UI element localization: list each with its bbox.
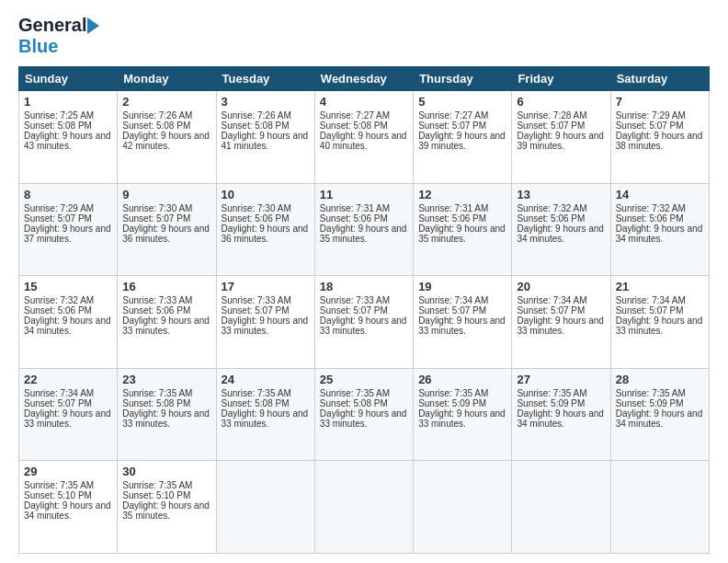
sunset: Sunset: 5:08 PM: [222, 121, 290, 131]
table-row: 5 Sunrise: 7:27 AM Sunset: 5:07 PM Dayli…: [414, 91, 512, 184]
col-monday: Monday: [118, 67, 216, 91]
sunset: Sunset: 5:07 PM: [517, 121, 585, 131]
daylight: Daylight: 9 hours and 36 minutes.: [222, 224, 309, 244]
table-row: 2 Sunrise: 7:26 AM Sunset: 5:08 PM Dayli…: [118, 91, 216, 184]
table-row: 3 Sunrise: 7:26 AM Sunset: 5:08 PM Dayli…: [216, 91, 314, 184]
sunrise: Sunrise: 7:35 AM: [418, 388, 488, 398]
day-number: 3: [222, 95, 310, 109]
sunrise: Sunrise: 7:34 AM: [418, 295, 488, 305]
table-row: 11 Sunrise: 7:31 AM Sunset: 5:06 PM Dayl…: [314, 183, 413, 276]
day-number: 15: [24, 280, 112, 293]
sunrise: Sunrise: 7:35 AM: [320, 388, 390, 398]
table-row: 18 Sunrise: 7:33 AM Sunset: 5:07 PM Dayl…: [314, 276, 413, 369]
sunrise: Sunrise: 7:31 AM: [320, 203, 390, 213]
sunrise: Sunrise: 7:30 AM: [122, 203, 192, 213]
daylight: Daylight: 9 hours and 33 minutes.: [616, 316, 703, 336]
table-row: 6 Sunrise: 7:28 AM Sunset: 5:07 PM Dayli…: [512, 91, 610, 184]
daylight: Daylight: 9 hours and 42 minutes.: [122, 131, 210, 151]
day-number: 26: [418, 373, 506, 386]
daylight: Daylight: 9 hours and 33 minutes.: [122, 316, 210, 336]
day-number: 2: [122, 95, 210, 109]
sunrise: Sunrise: 7:30 AM: [222, 203, 291, 213]
sunrise: Sunrise: 7:29 AM: [24, 203, 94, 213]
sunrise: Sunrise: 7:32 AM: [616, 203, 686, 213]
col-saturday: Saturday: [610, 67, 709, 91]
sunset: Sunset: 5:06 PM: [122, 305, 190, 316]
daylight: Daylight: 9 hours and 34 minutes.: [24, 500, 111, 521]
table-row: 21 Sunrise: 7:34 AM Sunset: 5:07 PM Dayl…: [610, 276, 709, 369]
col-thursday: Thursday: [414, 67, 512, 91]
sunset: Sunset: 5:09 PM: [616, 398, 684, 408]
page: General Blue Sunday Monday Tuesday Wedne…: [0, 0, 728, 563]
sunrise: Sunrise: 7:25 AM: [24, 110, 94, 121]
col-sunday: Sunday: [19, 67, 118, 91]
table-row: 23 Sunrise: 7:35 AM Sunset: 5:08 PM Dayl…: [118, 368, 216, 461]
day-number: 19: [418, 280, 506, 293]
day-number: 22: [24, 373, 112, 386]
sunset: Sunset: 5:07 PM: [24, 398, 92, 408]
empty-cell: [610, 461, 709, 554]
daylight: Daylight: 9 hours and 33 minutes.: [122, 408, 210, 429]
day-number: 30: [122, 465, 210, 478]
sunset: Sunset: 5:07 PM: [418, 305, 486, 316]
sunrise: Sunrise: 7:26 AM: [122, 110, 192, 121]
day-number: 7: [616, 95, 704, 109]
sunset: Sunset: 5:10 PM: [24, 490, 92, 500]
sunrise: Sunrise: 7:31 AM: [418, 203, 488, 213]
sunset: Sunset: 5:07 PM: [517, 305, 585, 316]
sunrise: Sunrise: 7:26 AM: [222, 110, 291, 121]
table-row: 16 Sunrise: 7:33 AM Sunset: 5:06 PM Dayl…: [118, 276, 216, 369]
sunrise: Sunrise: 7:35 AM: [122, 388, 192, 398]
table-row: 26 Sunrise: 7:35 AM Sunset: 5:09 PM Dayl…: [414, 368, 512, 461]
daylight: Daylight: 9 hours and 33 minutes.: [418, 408, 506, 429]
header: General Blue: [18, 15, 710, 57]
logo: General Blue: [18, 15, 99, 57]
day-number: 23: [122, 373, 210, 386]
daylight: Daylight: 9 hours and 33 minutes.: [222, 408, 309, 429]
sunrise: Sunrise: 7:33 AM: [222, 295, 291, 305]
sunrise: Sunrise: 7:27 AM: [418, 110, 488, 121]
table-row: 29 Sunrise: 7:35 AM Sunset: 5:10 PM Dayl…: [19, 461, 118, 554]
day-number: 9: [122, 188, 210, 201]
day-number: 16: [122, 280, 210, 293]
daylight: Daylight: 9 hours and 39 minutes.: [517, 131, 604, 151]
day-number: 17: [222, 280, 310, 293]
sunset: Sunset: 5:06 PM: [320, 213, 388, 224]
logo-general-text: General: [18, 15, 86, 36]
daylight: Daylight: 9 hours and 33 minutes.: [418, 316, 506, 336]
sunset: Sunset: 5:07 PM: [418, 121, 486, 131]
sunset: Sunset: 5:06 PM: [616, 213, 684, 224]
table-row: 10 Sunrise: 7:30 AM Sunset: 5:06 PM Dayl…: [216, 183, 314, 276]
sunset: Sunset: 5:08 PM: [24, 121, 92, 131]
sunrise: Sunrise: 7:33 AM: [320, 295, 390, 305]
empty-cell: [512, 461, 610, 554]
sunset: Sunset: 5:06 PM: [517, 213, 585, 224]
day-number: 11: [320, 188, 408, 201]
day-number: 21: [616, 280, 704, 293]
daylight: Daylight: 9 hours and 38 minutes.: [616, 131, 703, 151]
daylight: Daylight: 9 hours and 34 minutes.: [517, 224, 604, 244]
sunset: Sunset: 5:08 PM: [122, 398, 190, 408]
logo-blue-text: Blue: [18, 36, 58, 56]
sunrise: Sunrise: 7:34 AM: [24, 388, 94, 398]
table-row: 1 Sunrise: 7:25 AM Sunset: 5:08 PM Dayli…: [19, 91, 118, 184]
daylight: Daylight: 9 hours and 39 minutes.: [418, 131, 506, 151]
empty-cell: [314, 461, 413, 554]
day-number: 5: [418, 95, 506, 109]
sunset: Sunset: 5:06 PM: [24, 305, 92, 316]
day-number: 24: [222, 373, 310, 386]
sunset: Sunset: 5:07 PM: [122, 213, 190, 224]
sunset: Sunset: 5:06 PM: [418, 213, 486, 224]
day-number: 8: [24, 188, 112, 201]
day-number: 1: [24, 95, 112, 109]
day-number: 13: [517, 188, 605, 201]
daylight: Daylight: 9 hours and 33 minutes.: [24, 408, 111, 429]
sunset: Sunset: 5:08 PM: [320, 121, 388, 131]
calendar-header-row: Sunday Monday Tuesday Wednesday Thursday…: [19, 67, 710, 91]
sunset: Sunset: 5:07 PM: [616, 121, 684, 131]
daylight: Daylight: 9 hours and 33 minutes.: [320, 316, 407, 336]
table-row: 22 Sunrise: 7:34 AM Sunset: 5:07 PM Dayl…: [19, 368, 118, 461]
day-number: 25: [320, 373, 408, 386]
day-number: 10: [222, 188, 310, 201]
day-number: 14: [616, 188, 704, 201]
